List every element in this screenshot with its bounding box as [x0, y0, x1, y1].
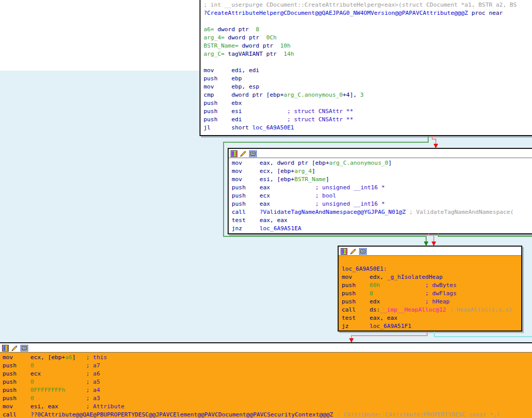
code-line[interactable]: push ebx	[204, 99, 532, 107]
ida-graph-view[interactable]: { "app": {"name": "IDA Pro graph view"},…	[0, 0, 532, 418]
code-line[interactable]: jl short loc_6A9A50E1	[204, 124, 532, 132]
code-line[interactable]: push 8 ; dwFlags	[342, 290, 520, 298]
node-color-icon[interactable]	[2, 345, 9, 351]
node-titlebar[interactable]	[0, 343, 532, 353]
code-listing[interactable]: loc_6A9A50E1:mov edx, _g_hIsolatedHeappu…	[339, 256, 521, 332]
group-node-icon[interactable]	[20, 345, 28, 351]
node-color-icon[interactable]	[341, 248, 347, 255]
code-line[interactable]: call ??0CAttribute@@QAE@PBUPROPERTYDESC@…	[3, 411, 532, 418]
block-loc-6A9A50E1-heapalloc[interactable]: loc_6A9A50E1:mov edx, _g_hIsolatedHeappu…	[338, 246, 522, 332]
group-node-icon[interactable]	[359, 248, 367, 255]
code-line[interactable]: a6= dword ptr 8	[204, 26, 532, 34]
code-line[interactable]: push 0 ; a7	[3, 362, 532, 370]
code-line[interactable]: mov ebp, esp	[204, 83, 532, 91]
block-validate-tag-name[interactable]: mov eax, dword ptr [ebp+arg_C.anonymous_…	[228, 148, 532, 234]
edge-jnz-false-fallthrough	[429, 234, 434, 246]
code-line[interactable]: push ecx ; bool	[232, 192, 532, 200]
code-line[interactable]: mov ecx, [ebp+arg_4]	[232, 167, 532, 175]
code-line[interactable]: mov ecx, [ebp+a6] ; this	[3, 354, 532, 362]
code-line[interactable]: push 0 ; a3	[3, 394, 532, 403]
code-line[interactable]: test eax, eax	[232, 216, 532, 225]
edit-comment-icon[interactable]	[240, 150, 247, 157]
code-listing[interactable]: mov ecx, [ebp+a6] ; thispush 0 ; a7push …	[0, 353, 532, 418]
code-line[interactable]: call ds:__imp__HeapAlloc@12 ; HeapAlloc(…	[342, 306, 520, 314]
code-line[interactable]: push edi ; struct CNSAttr **	[204, 116, 532, 124]
code-line[interactable]	[204, 58, 532, 67]
code-line[interactable]: loc_6A9A50E1:	[342, 265, 520, 273]
code-line[interactable]: mov edi, edi	[204, 67, 532, 75]
code-line[interactable]: call ?ValidateTagNameAndNamespace@@YGJPA…	[232, 208, 532, 216]
code-line[interactable]	[204, 17, 532, 26]
code-line[interactable]: push eax ; unsigned __int16 *	[232, 200, 532, 208]
code-line[interactable]: push 60h ; dwBytes	[342, 281, 520, 290]
code-line[interactable]: push ebp	[204, 75, 532, 83]
code-line[interactable]: test eax, eax	[342, 314, 520, 322]
block-cattribute-constructor[interactable]: mov ecx, [ebp+a6] ; thispush 0 ; a7push …	[0, 342, 532, 418]
code-line[interactable]: push ecx ; a6	[3, 370, 532, 378]
code-line[interactable]: arg_4= dword ptr 0Ch	[204, 34, 532, 42]
code-line[interactable]: push eax ; unsigned __int16 *	[232, 184, 532, 192]
code-line[interactable]: jnz loc_6A9A51EA	[232, 225, 532, 233]
code-line[interactable]: ?CreateAttributeHelper@CDocument@@QAEJPA…	[204, 9, 532, 17]
group-node-icon[interactable]	[249, 150, 257, 157]
code-line[interactable]: mov esi, eax ; Attribute	[3, 403, 532, 411]
code-line[interactable]	[342, 257, 520, 265]
code-line[interactable]: mov esi, [ebp+BSTR_Name]	[232, 175, 532, 184]
code-line[interactable]: push esi ; struct CNSAttr **	[204, 107, 532, 116]
code-line[interactable]: ; int __userpurge CDocument::CreateAttri…	[204, 1, 532, 9]
code-line[interactable]: jz loc_6A9A51F1	[342, 322, 520, 331]
node-titlebar[interactable]	[229, 149, 532, 158]
node-titlebar[interactable]	[339, 247, 521, 256]
code-listing[interactable]: mov eax, dword ptr [ebp+arg_C.anonymous_…	[229, 158, 532, 234]
code-line[interactable]: push edx ; hHeap	[342, 298, 520, 306]
code-line[interactable]: cmp dword ptr [ebp+arg_C.anonymous_0+4],…	[204, 91, 532, 99]
node-color-icon[interactable]	[231, 150, 237, 157]
edge-jz-false-fallthrough	[351, 332, 427, 342]
code-line[interactable]: mov eax, dword ptr [ebp+arg_C.anonymous_…	[232, 159, 532, 167]
background-top-patch	[0, 0, 199, 71]
code-line[interactable]: arg_C= tagVARIANT ptr 14h	[204, 50, 532, 58]
edge-jl-false-fallthrough	[432, 136, 436, 148]
code-listing[interactable]: ; int __userpurge CDocument::CreateAttri…	[201, 0, 532, 133]
code-line[interactable]: push 0 ; a5	[3, 378, 532, 386]
code-line[interactable]: mov edx, _g_hIsolatedHeap	[342, 273, 520, 281]
block-function-header[interactable]: ; int __userpurge CDocument::CreateAttri…	[199, 0, 532, 136]
edit-comment-icon[interactable]	[350, 248, 357, 255]
code-line[interactable]: push 0FFFFFFFFh ; a4	[3, 386, 532, 394]
code-line[interactable]: BSTR_Name= dword ptr 10h	[204, 42, 532, 50]
edit-comment-icon[interactable]	[11, 345, 18, 351]
edge-normal-to-right	[434, 332, 532, 337]
